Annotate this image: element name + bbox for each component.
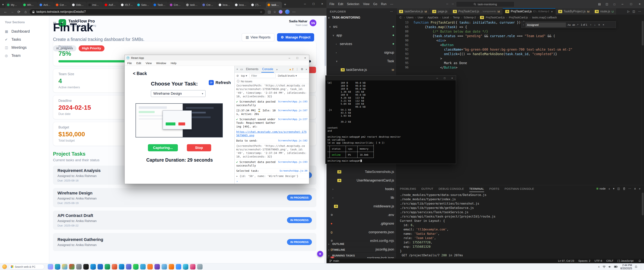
panel-more-icon[interactable]: ⋯ — [628, 187, 631, 190]
taskbar-app-vlc[interactable] — [169, 264, 174, 269]
log-source-link[interactable]: ScreenshotApp.js:193 — [278, 100, 308, 107]
command-search-box[interactable]: task-monitoring — [456, 1, 514, 7]
section-outline[interactable]: ›OUTLINE — [326, 241, 396, 247]
widgets-icon[interactable] — [2, 264, 7, 269]
panel-tab-ports[interactable]: PORTS — [489, 185, 499, 192]
tree-item[interactable]: JSTakeScreenshots.js — [326, 169, 396, 174]
view-reports-button[interactable]: ▥ View Reports — [242, 33, 274, 41]
wifi-icon[interactable] — [602, 265, 606, 268]
editor-more-icon[interactable]: ⋯ — [638, 10, 641, 13]
log-source-link[interactable]: ScreenshotApp.js:30 — [280, 169, 308, 173]
breadcrumb-item[interactable]: User — [418, 16, 424, 19]
run-icon[interactable]: ▷ — [627, 10, 630, 13]
reload-icon[interactable]: ⟳ — [16, 10, 22, 14]
terminal-minimize-button[interactable]: – — [434, 76, 441, 80]
taskbar-search[interactable]: Search web & PC — [9, 264, 44, 269]
devtools-settings-icon[interactable]: ⚙ — [301, 68, 303, 71]
vscode-menu-go[interactable]: Go — [373, 3, 377, 6]
layout-icon[interactable]: □ — [611, 3, 618, 6]
browser-tab[interactable]: Cre… — [201, 2, 217, 8]
notification-bell-icon[interactable] — [635, 265, 638, 268]
browser-tab[interactable]: Odo… — [70, 2, 86, 8]
address-bar[interactable]: taskpro.twinstack.net/projectDetails/7 ☆ — [30, 9, 265, 15]
browser-close-button[interactable]: × — [318, 0, 326, 8]
clear-console-icon[interactable]: ⊘ — [236, 74, 239, 77]
taskbar-app-notepad[interactable] — [162, 264, 167, 269]
task-row[interactable]: Requirement GatheringAssigned to: Anika … — [53, 233, 316, 251]
log-source-link[interactable]: ScreenshotApp.js:182 — [278, 139, 308, 143]
bell-icon[interactable] — [638, 259, 641, 262]
terminal-window-output[interactable]: ld] 160 B 99.8 kB 160 B 99.8 kB 160 B 99… — [326, 80, 456, 163]
menu-item-window[interactable]: Window — [156, 62, 166, 65]
tree-item[interactable]: ◆.gitignore — [326, 221, 396, 226]
sidebar-item-tasks[interactable]: ✔Tasks — [0, 35, 49, 44]
taskbar-app-github-desktop[interactable] — [154, 264, 160, 269]
tab-console[interactable]: Console — [261, 66, 274, 73]
windows-start-icon[interactable] — [11, 265, 13, 268]
tree-item[interactable]: ›signup — [326, 50, 396, 55]
panel-close-icon[interactable]: × — [639, 187, 641, 190]
device-toolbar-icon[interactable]: ▭ — [240, 68, 243, 71]
breadcrumb-item[interactable]: fz3temp-2 — [464, 16, 476, 19]
terminal-output[interactable]: ./node_modules/typeorm/data-source/DataS… — [400, 193, 641, 257]
console-prompt[interactable]: › — [234, 179, 309, 184]
task-row[interactable]: API Contract DraftAssigned to: Anika Rah… — [53, 211, 316, 230]
find-prev-icon[interactable]: ↑ — [590, 23, 592, 26]
taskbar-app-terminal[interactable] — [83, 264, 89, 269]
taskbar-app-zoom[interactable] — [176, 264, 181, 269]
status-item[interactable]: CRLF — [606, 259, 614, 262]
forward-icon[interactable]: → — [9, 10, 15, 14]
taskbar-app-word[interactable] — [98, 264, 103, 269]
favorites-icon[interactable]: ☆ — [273, 10, 276, 14]
browser-minimize-button[interactable]: – — [301, 0, 309, 8]
sidebar-item-dashboard[interactable]: ▦Dashboard — [0, 27, 49, 35]
toggle-panel-icon[interactable]: ◫ — [603, 3, 611, 6]
panel-tab-problems[interactable]: PROBLEMS — [400, 185, 416, 192]
terminal-close-button[interactable]: × — [448, 76, 456, 80]
log-source-link[interactable]: ScreenshotApp.js:167 — [278, 109, 308, 116]
devtools-kebab-icon[interactable]: ⋮ — [296, 68, 298, 71]
tree-item[interactable]: ›services — [326, 41, 396, 47]
browser-tab[interactable]: IELT… — [119, 2, 135, 8]
nav-forward-icon[interactable]: → — [451, 2, 454, 5]
vscode-maximize-button[interactable]: □ — [627, 0, 636, 8]
taskbar-app-calculator[interactable] — [197, 264, 202, 269]
volume-icon[interactable] — [608, 265, 612, 268]
taskbar-app-edge[interactable] — [55, 264, 60, 269]
taskbar-app-powerpoint[interactable] — [112, 264, 117, 269]
status-item[interactable]: UTF-8 — [594, 259, 602, 262]
minimap[interactable] — [641, 20, 644, 185]
browser-tab[interactable]: Cre… — [168, 2, 184, 8]
sidebar-item-meetings[interactable]: ◫Meetings — [0, 44, 49, 52]
section-running-tasks[interactable]: ›RUNNING TASKS — [326, 252, 396, 258]
shell-prompt[interactable]: onitoring-main-webapp# — [328, 159, 454, 162]
menu-item-file[interactable]: File — [127, 62, 132, 65]
workspace-root[interactable]: ∨ TASK-MONITORING — [326, 15, 396, 21]
new-terminal-icon[interactable]: + — [608, 187, 610, 190]
taskbar-app-teams[interactable] — [126, 264, 132, 269]
whole-word-icon[interactable]: ab — [572, 24, 575, 26]
panel-tab-debug-console[interactable]: DEBUG CONSOLE — [439, 185, 464, 192]
taskbar-app-react-app[interactable] — [183, 264, 188, 269]
browser-tab[interactable]: loca… — [217, 2, 233, 8]
editor-tab[interactable]: JSTaskByProject.jsM — [556, 8, 592, 15]
taskbar-app-file-explorer[interactable] — [62, 264, 68, 269]
vscode-close-button[interactable]: × — [636, 0, 644, 8]
console-log-list[interactable]: amp: '2:36:34 PM', idleSeconds: 10, acti… — [234, 84, 309, 184]
find-input[interactable] — [526, 23, 566, 27]
tab-close-icon[interactable]: × — [551, 10, 553, 13]
regex-icon[interactable]: .* — [576, 24, 578, 26]
taskbar-app-whatsapp[interactable] — [133, 264, 138, 269]
vscode-menu-[interactable]: ⋯ — [390, 3, 393, 6]
browser-tab[interactable]: (7)… — [250, 2, 266, 8]
task-select-dropdown[interactable]: Wireframe Design ▾ — [151, 90, 206, 97]
floating-widget-badge[interactable] — [317, 251, 323, 257]
devtools-close-icon[interactable]: × — [306, 68, 307, 71]
git-branch-item[interactable]: main — [330, 259, 339, 262]
menu-item-view[interactable]: View — [146, 62, 152, 65]
react-minimize-button[interactable]: – — [286, 55, 293, 61]
inspect-icon[interactable]: ⌖ — [236, 68, 238, 71]
console-filter-input[interactable]: Filter — [249, 73, 276, 78]
browser-tab[interactable]: Wh… — [22, 2, 38, 8]
tab-elements[interactable]: Elements — [245, 66, 259, 73]
